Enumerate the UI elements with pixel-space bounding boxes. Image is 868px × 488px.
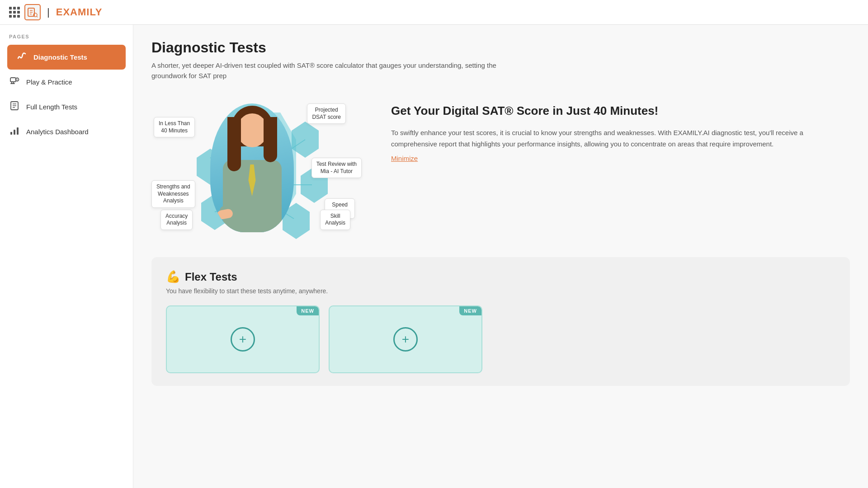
main-content: Diagnostic Tests A shorter, yet deeper A…	[133, 25, 868, 488]
svg-rect-13	[14, 130, 15, 135]
flex-tests-header: 💪 Flex Tests	[166, 270, 835, 284]
svg-line-5	[37, 16, 38, 17]
hero-info-body: To swiftly enhance your test scores, it …	[391, 127, 850, 150]
hero-info-title: Get Your Digital SAT® Score in Just 40 M…	[391, 103, 850, 119]
test-card-2-badge: NEW	[459, 306, 481, 315]
sidebar-section-label: PAGES	[0, 34, 133, 45]
test-card-2[interactable]: NEW +	[329, 305, 482, 373]
analytics-icon	[9, 126, 20, 138]
play-practice-icon	[9, 76, 20, 88]
sidebar-item-label-full: Full Length Tests	[26, 103, 77, 111]
hero-section: In Less Than40 Minutes ProjectedDSAT sco…	[151, 94, 850, 239]
test-card-1-add-button[interactable]: +	[231, 327, 255, 352]
sidebar-item-label-diagnostic: Diagnostic Tests	[33, 53, 87, 61]
test-card-1[interactable]: NEW +	[166, 305, 320, 373]
diagnostic-tests-icon	[16, 51, 27, 63]
test-cards-container: NEW + NEW +	[166, 305, 835, 373]
minimize-link[interactable]: Minimize	[391, 155, 418, 162]
test-card-2-add-button[interactable]: +	[393, 327, 418, 352]
svg-rect-12	[10, 132, 12, 135]
logo-separator: |	[47, 6, 50, 18]
label-projected-dsat: ProjectedDSAT score	[307, 103, 346, 124]
sidebar-item-label-analytics: Analytics Dashboard	[26, 128, 89, 136]
student-image	[210, 103, 294, 232]
sidebar-item-analytics[interactable]: Analytics Dashboard	[0, 119, 133, 144]
top-header: | EXAMILY	[0, 0, 868, 25]
test-card-1-badge: NEW	[297, 306, 319, 315]
flex-tests-emoji: 💪	[166, 270, 180, 284]
hero-info: Get Your Digital SAT® Score in Just 40 M…	[391, 94, 850, 163]
label-in-less-than: In Less Than40 Minutes	[154, 117, 195, 137]
sidebar-item-play-practice[interactable]: Play & Practice	[0, 70, 133, 94]
page-subtitle: A shorter, yet deeper AI-driven test cou…	[151, 61, 522, 81]
flex-tests-section: 💪 Flex Tests You have flexibility to sta…	[151, 257, 850, 386]
svg-rect-6	[10, 78, 16, 82]
sidebar-item-full-length-tests[interactable]: Full Length Tests	[0, 94, 133, 119]
label-accuracy-analysis: AccuracyAnalysis	[160, 210, 193, 230]
svg-rect-14	[17, 127, 19, 135]
sidebar-item-diagnostic-tests[interactable]: Diagnostic Tests	[7, 45, 126, 70]
label-strengths-weaknesses: Strengths andWeaknessesAnalysis	[151, 180, 195, 208]
hero-diagram: In Less Than40 Minutes ProjectedDSAT sco…	[151, 94, 364, 239]
logo-area: | EXAMILY	[9, 4, 103, 20]
label-test-review: Test Review withMia - AI Tutor	[311, 158, 362, 178]
layout: PAGES Diagnostic Tests Play & Practice	[0, 25, 868, 488]
page-title: Diagnostic Tests	[151, 39, 850, 56]
flex-tests-subtitle: You have flexibility to start these test…	[166, 287, 835, 295]
full-length-tests-icon	[9, 101, 20, 113]
logo-text: EXAMILY	[56, 6, 103, 18]
label-skill-analysis: SkillAnalysis	[320, 210, 350, 230]
grid-icon[interactable]	[9, 7, 20, 18]
logo-image	[24, 4, 41, 20]
flex-tests-title: Flex Tests	[185, 271, 237, 283]
sidebar-item-label-play: Play & Practice	[26, 78, 72, 86]
sidebar: PAGES Diagnostic Tests Play & Practice	[0, 25, 133, 488]
